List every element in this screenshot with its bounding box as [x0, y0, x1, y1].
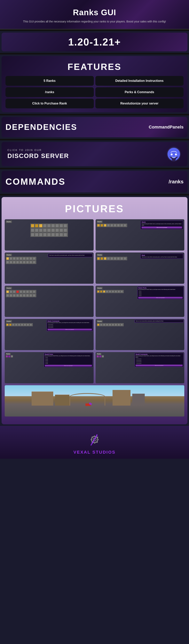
feature-item-4: Perks & Commands: [95, 87, 184, 97]
divider-4: [0, 139, 189, 140]
footer-section: VEXAL STUDIOS: [0, 426, 189, 459]
divider-1: [0, 30, 189, 31]
divider-6: [0, 194, 189, 196]
discord-small-text: CLICK TO JOIN OUR: [7, 148, 69, 152]
feature-label-4: Perks & Commands: [125, 90, 154, 94]
feature-item-3: /ranks: [5, 87, 94, 97]
feature-label-5: Click to Purchase Rank: [32, 102, 67, 105]
discord-big-text: DISCORD SERVER: [7, 152, 69, 160]
feature-item-5: Click to Purchase Rank: [5, 98, 94, 108]
screenshot-2: Ranks Rank1 By purchasi: [96, 219, 185, 250]
divider-3: [0, 114, 189, 116]
brand-name: VEXAL STUDIOS: [4, 450, 185, 455]
screenshot-9: Ranks Rank5 Perks By purchasing the Rank…: [5, 352, 94, 383]
screenshot-6: Ranks Rank1 Perks By pu: [96, 286, 185, 317]
feature-item-2: Detailed Installation Instructions: [95, 76, 184, 86]
svg-point-1: [171, 154, 173, 156]
svg-marker-14: [96, 434, 98, 435]
features-section: FEATURES 5 Ranks Detailed Installation I…: [1, 56, 188, 112]
discord-section[interactable]: CLICK TO JOIN OUR DISCORD SERVER: [1, 142, 188, 166]
screenshot-3: Ranks: [5, 252, 94, 284]
pictures-grid: Ranks: [5, 219, 184, 416]
feature-label-6: Revolutionize your server: [120, 102, 159, 105]
discord-text-block: CLICK TO JOIN OUR DISCORD SERVER: [7, 148, 69, 160]
feature-label-3: /ranks: [45, 90, 54, 94]
screenshot-5: Ranks: [5, 286, 94, 317]
dependencies-value: CommandPanels: [149, 124, 184, 130]
svg-rect-6: [94, 442, 95, 444]
features-grid: 5 Ranks Detailed Installation Instructio…: [5, 76, 184, 108]
version-section: 1.20-1.21+: [1, 32, 188, 51]
discord-icon: [166, 146, 182, 162]
dependencies-title: DEPENDENCIES: [5, 122, 77, 132]
header-section: Ranks GUI This GUI provides all the nece…: [0, 0, 189, 30]
screenshot-4: Ranks Rank Click here t: [96, 252, 185, 284]
gear-sword-icon: [87, 432, 102, 447]
feature-item-1: 5 Ranks: [5, 76, 94, 86]
screenshot-7: Ranks Rank1 Commands By: [5, 319, 94, 350]
divider-5: [0, 168, 189, 169]
mc-landscape: [5, 385, 184, 416]
svg-rect-8: [97, 439, 99, 440]
commands-title: COMMANDS: [5, 176, 65, 187]
page-title: Ranks GUI: [4, 8, 185, 17]
footer-logo: [87, 432, 102, 447]
svg-rect-5: [94, 436, 95, 437]
screenshot-1: Ranks: [5, 219, 94, 250]
screenshot-landscape: [5, 385, 184, 416]
feature-label-2: Detailed Installation Instructions: [115, 79, 164, 82]
page-subtitle: This GUI provides all the necessary info…: [4, 20, 185, 24]
commands-value: /ranks: [169, 179, 184, 185]
commands-section: COMMANDS /ranks: [1, 171, 188, 192]
svg-point-2: [175, 154, 177, 156]
screenshot-10: Ranks Rank5 Commands By purchasing the R…: [96, 352, 185, 383]
feature-item-6: Revolutionize your server: [95, 98, 184, 108]
screenshot-8: Ranks Click on me to view all the: [96, 319, 185, 350]
dependencies-section: DEPENDENCIES CommandPanels: [1, 117, 188, 137]
features-title: FEATURES: [5, 62, 184, 72]
feature-label-1: 5 Ranks: [44, 79, 56, 82]
pictures-section: PICTURES Ranks: [1, 197, 188, 424]
pictures-title: PICTURES: [5, 203, 184, 214]
svg-rect-7: [91, 439, 92, 440]
version-text: 1.20-1.21+: [5, 36, 184, 48]
divider-2: [0, 53, 189, 54]
